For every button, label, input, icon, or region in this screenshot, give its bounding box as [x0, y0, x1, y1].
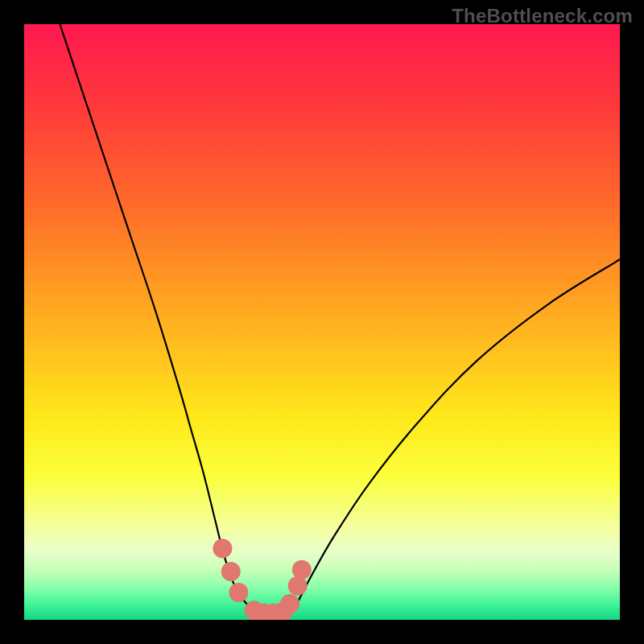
- data-marker: [221, 562, 241, 581]
- data-marker: [292, 560, 312, 580]
- plot-area: [24, 24, 620, 620]
- data-marker: [280, 594, 299, 613]
- data-marker: [288, 576, 308, 596]
- watermark-text: TheBottleneck.com: [452, 5, 633, 27]
- chart-frame: TheBottleneck.com: [0, 0, 644, 644]
- data-marker: [229, 583, 248, 602]
- data-marker: [213, 539, 232, 558]
- curve-layer: [24, 24, 620, 620]
- bottleneck-curve: [60, 24, 620, 615]
